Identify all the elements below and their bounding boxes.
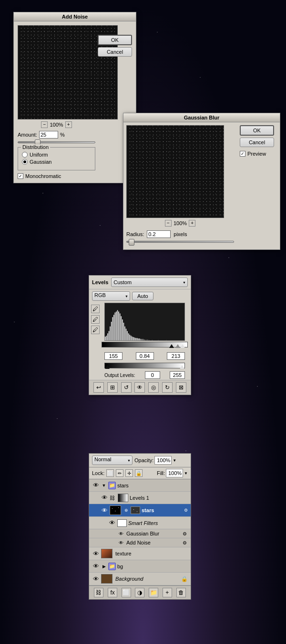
levels-toolbar-btn-5[interactable]: ◎ [148, 382, 159, 393]
levels-toolbar-btn-1[interactable]: ↩ [93, 382, 104, 393]
add-noise-visibility[interactable]: 👁 [118, 539, 124, 546]
stars-layer-options[interactable]: ⚙ [184, 508, 188, 513]
gb-zoom-in-btn[interactable]: + [189, 220, 195, 227]
fill-dropdown-arrow[interactable]: ▼ [184, 471, 188, 476]
layer-item-add-noise[interactable]: 👁 Add Noise ⚙ [89, 538, 191, 547]
smart-filters-mask [117, 519, 127, 527]
add-noise-cancel-btn[interactable]: Cancel [98, 47, 132, 57]
preview-checkbox[interactable]: ✓ [240, 151, 245, 157]
expand-bg[interactable]: ▶ [101, 564, 107, 569]
layer-item-bg-group[interactable]: 👁 ▶ 📁 bg [89, 560, 191, 573]
levels-toolbar-btn-2[interactable]: ⊞ [107, 382, 118, 393]
gb-cancel-btn[interactable]: Cancel [240, 138, 274, 147]
input-slider-area [102, 342, 188, 351]
background-layer-thumb [101, 574, 112, 584]
layer-name-texture: texture [115, 551, 188, 556]
zoom-in-btn[interactable]: + [65, 121, 72, 128]
output-levels-area [104, 363, 185, 368]
svg-rect-25 [135, 338, 136, 340]
levels-toolbar-btn-6[interactable]: ↻ [162, 382, 173, 393]
output-white-input[interactable] [170, 371, 185, 379]
levels-toolbar-btn-3[interactable]: ↺ [121, 382, 132, 393]
radius-input[interactable] [147, 230, 171, 238]
auto-btn[interactable]: Auto [132, 292, 153, 300]
zoom-out-btn[interactable]: − [41, 121, 48, 128]
visibility-eye-smart-filters[interactable]: 👁 [108, 519, 116, 527]
gaussian-blur-title: Gaussian Blur [123, 113, 280, 122]
add-noise-ok-btn[interactable]: OK [98, 35, 132, 45]
layers-mask-btn[interactable]: ⬜ [122, 588, 131, 597]
gaussian-radio[interactable] [22, 159, 28, 165]
input-mid-thumb[interactable] [175, 344, 180, 348]
output-black-input[interactable] [145, 371, 160, 379]
layer-item-texture[interactable]: 👁 texture [89, 547, 191, 560]
visibility-eye-texture[interactable]: 👁 [92, 550, 100, 557]
amount-input[interactable] [39, 131, 58, 139]
gb-zoom-out-btn[interactable]: − [165, 220, 172, 227]
svg-rect-37 [158, 340, 159, 340]
layers-trash-btn[interactable]: 🗑 [176, 588, 186, 597]
visibility-eye-stars-smart[interactable]: 👁 [101, 506, 108, 514]
levels-preset-select[interactable]: Custom [111, 277, 188, 287]
lock-move-btn[interactable]: ✛ [125, 469, 133, 477]
opacity-dropdown-arrow[interactable]: ▼ [173, 458, 176, 463]
layers-fx-btn[interactable]: fx [108, 588, 117, 597]
svg-rect-26 [137, 338, 138, 340]
layer-item-stars-smart[interactable]: 👁 ⊕ stars ⚙ [89, 504, 191, 517]
blend-mode-select[interactable]: Normal [92, 456, 133, 465]
input-gradient-bar [102, 342, 188, 347]
lock-paint-btn[interactable]: ✏ [116, 469, 123, 477]
input-black-thumb[interactable] [169, 344, 174, 348]
output-black-thumb[interactable] [105, 365, 110, 369]
visibility-eye-bg[interactable]: 👁 [92, 563, 100, 570]
bg-folder-icon: 📁 [108, 563, 116, 570]
layer-name-levels1: Levels 1 [130, 495, 188, 501]
layer-name-background: Background [115, 576, 180, 582]
output-white-thumb[interactable] [180, 365, 184, 369]
svg-rect-30 [142, 339, 143, 340]
svg-rect-36 [152, 340, 153, 340]
uniform-radio[interactable] [22, 152, 28, 158]
layers-link-btn[interactable]: ⛓ [94, 588, 103, 597]
channel-select[interactable]: RGB [92, 291, 130, 301]
layer-item-stars-group[interactable]: 👁 ▼ 📁 stars [89, 479, 191, 492]
layers-adjustment-btn[interactable]: ◑ [135, 588, 144, 597]
expand-stars-group[interactable]: ▼ [101, 483, 107, 488]
amount-slider[interactable] [18, 141, 95, 143]
eyedropper-col: 🖊 🖊 🖊 [89, 303, 102, 380]
lock-all-btn[interactable]: 🔒 [135, 469, 143, 477]
white-eyedropper[interactable]: 🖊 [91, 326, 100, 334]
add-noise-buttons: OK Cancel [98, 35, 132, 57]
black-input[interactable] [104, 352, 123, 360]
input-white-thumb[interactable] [180, 344, 185, 348]
gaussian-blur-visibility[interactable]: 👁 [118, 530, 124, 537]
visibility-eye-stars-group[interactable]: 👁 [92, 482, 100, 489]
svg-rect-6 [112, 317, 113, 340]
add-noise-options[interactable]: ⚙ [181, 539, 188, 546]
levels-channel-row: RGB Auto [89, 289, 191, 303]
levels-bottom-toolbar: ↩ ⊞ ↺ 👁 ◎ ↻ ⊠ [89, 380, 191, 395]
svg-rect-5 [111, 322, 112, 340]
levels-toolbar-btn-7[interactable]: ⊠ [176, 382, 186, 393]
svg-rect-18 [127, 331, 128, 341]
layers-group-btn[interactable]: 📁 [149, 588, 158, 597]
fill-input[interactable] [166, 469, 183, 477]
gb-ok-btn[interactable]: OK [240, 125, 274, 136]
levels-toolbar-btn-4[interactable]: 👁 [134, 382, 145, 393]
lock-transparent-btn[interactable]: ⬜ [106, 469, 114, 477]
svg-rect-22 [132, 337, 133, 340]
gaussian-blur-options[interactable]: ⚙ [181, 530, 188, 537]
layers-new-btn[interactable]: + [163, 588, 172, 597]
layer-item-levels1[interactable]: 👁 ⛓ Levels 1 [89, 492, 191, 504]
gray-eyedropper[interactable]: 🖊 [91, 315, 100, 324]
opacity-input[interactable] [154, 456, 172, 465]
layer-item-gaussian-blur[interactable]: 👁 Gaussian Blur ⚙ [89, 529, 191, 538]
mid-input[interactable] [136, 352, 154, 360]
visibility-eye-background[interactable]: 👁 [92, 575, 100, 583]
visibility-eye-levels1[interactable]: 👁 [101, 494, 108, 502]
layer-item-background[interactable]: 👁 Background 🔒 [89, 573, 191, 585]
monochromatic-checkbox[interactable]: ✓ [18, 173, 23, 179]
radius-slider[interactable] [126, 241, 234, 243]
black-eyedropper[interactable]: 🖊 [91, 305, 100, 313]
white-input[interactable] [167, 352, 185, 360]
